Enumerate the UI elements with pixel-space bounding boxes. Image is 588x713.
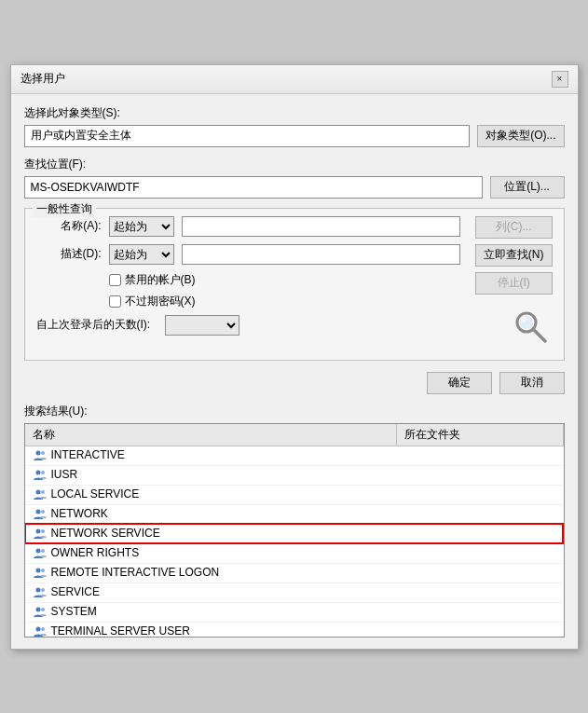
result-label: 搜索结果(U): — [24, 404, 565, 419]
stop-button[interactable]: 停止(I) — [475, 272, 553, 295]
table-row[interactable]: LOCAL SERVICE — [25, 485, 564, 504]
location-input[interactable] — [24, 176, 483, 199]
row-folder-cell — [397, 524, 563, 543]
svg-point-10 — [35, 509, 40, 514]
object-type-label: 选择此对象类型(S): — [24, 105, 565, 121]
disabled-account-checkbox[interactable] — [109, 274, 121, 286]
table-row[interactable]: INTERACTIVE — [25, 446, 564, 465]
svg-point-21 — [41, 608, 45, 611]
row-name-text: OWNER RIGHTS — [51, 546, 140, 559]
svg-point-3 — [521, 317, 526, 322]
row-name-text: REMOTE INTERACTIVE LOGON — [51, 566, 220, 579]
svg-point-6 — [35, 470, 40, 474]
no-expire-checkbox[interactable] — [109, 295, 121, 308]
row-name-cell: IUSR — [25, 465, 397, 485]
row-folder-cell — [397, 563, 563, 583]
svg-point-5 — [41, 451, 45, 455]
row-name-text: IUSR — [51, 468, 78, 481]
row-name-cell: OWNER RIGHTS — [25, 543, 397, 563]
user-group-icon — [33, 624, 48, 638]
row-folder-cell — [397, 543, 563, 563]
disabled-account-row: 禁用的帐户(B) — [109, 272, 460, 288]
row-name-text: NETWORK — [51, 507, 108, 520]
desc-label: 描述(D): — [36, 246, 102, 262]
object-type-input[interactable] — [24, 125, 471, 147]
close-button[interactable]: × — [552, 71, 568, 88]
group-inner: 名称(A): 起始为 描述(D): 起始为 — [36, 216, 553, 349]
svg-point-4 — [35, 450, 40, 455]
row-folder-cell — [397, 583, 563, 602]
row-name-cell: SYSTEM — [25, 602, 397, 622]
svg-point-22 — [35, 626, 40, 631]
table-row[interactable]: SYSTEM — [25, 602, 564, 622]
name-row: 名称(A): 起始为 — [36, 216, 460, 237]
user-group-icon — [33, 527, 48, 542]
row-name-text: SERVICE — [51, 585, 100, 598]
table-row[interactable]: NETWORK SERVICE — [25, 524, 564, 543]
result-table-body: INTERACTIVE IUSR LOCAL SERVICE NETWORK — [25, 446, 564, 638]
svg-point-18 — [35, 587, 40, 592]
desc-select[interactable]: 起始为 — [109, 244, 174, 265]
location-button[interactable]: 位置(L)... — [490, 176, 565, 199]
group-fields: 名称(A): 起始为 描述(D): 起始为 — [36, 216, 460, 349]
table-row[interactable]: OWNER RIGHTS — [25, 543, 564, 563]
location-label: 查找位置(F): — [24, 157, 565, 172]
user-group-icon — [33, 507, 48, 522]
svg-point-12 — [35, 528, 40, 533]
row-folder-cell — [397, 485, 563, 504]
table-header-row: 名称 所在文件夹 — [25, 424, 564, 446]
table-row[interactable]: REMOTE INTERACTIVE LOGON — [25, 563, 564, 583]
svg-point-23 — [41, 627, 45, 631]
row-name-text: NETWORK SERVICE — [51, 527, 160, 540]
row-folder-cell — [397, 446, 563, 465]
select-user-dialog: 选择用户 × 选择此对象类型(S): 对象类型(O)... 查找位置(F): 位… — [10, 64, 579, 650]
svg-point-14 — [35, 548, 40, 553]
svg-point-19 — [41, 588, 45, 592]
magnify-icon — [512, 308, 549, 345]
row-folder-cell — [397, 622, 563, 638]
general-query-title: 一般性查询 — [33, 201, 96, 217]
result-table-container[interactable]: 名称 所在文件夹 INTERACTIVE IUSR — [24, 423, 565, 638]
user-group-icon — [33, 487, 48, 502]
search-icon-button[interactable] — [508, 304, 553, 349]
desc-input[interactable] — [182, 244, 460, 265]
name-label: 名称(A): — [36, 218, 102, 234]
object-type-row: 对象类型(O)... — [24, 125, 565, 147]
svg-point-11 — [41, 510, 45, 514]
user-group-icon — [33, 448, 48, 463]
no-expire-label: 不过期密码(X) — [125, 294, 196, 309]
last-login-row: 自上次登录后的天数(I): — [36, 315, 460, 336]
general-query-group: 一般性查询 名称(A): 起始为 描述(D): 起 — [24, 208, 565, 361]
svg-point-17 — [41, 569, 45, 572]
row-name-text: TERMINAL SERVER USER — [51, 624, 190, 638]
object-type-button[interactable]: 对象类型(O)... — [477, 125, 564, 147]
table-row[interactable]: SERVICE — [25, 583, 564, 602]
name-input[interactable] — [182, 216, 460, 237]
find-now-button[interactable]: 立即查找(N) — [475, 244, 553, 267]
no-expire-row: 不过期密码(X) — [109, 294, 460, 309]
table-row[interactable]: NETWORK — [25, 504, 564, 524]
last-login-label: 自上次登录后的天数(I): — [36, 317, 157, 333]
row-name-cell: NETWORK — [25, 504, 397, 524]
name-select[interactable]: 起始为 — [109, 216, 174, 237]
user-group-icon — [33, 546, 48, 561]
user-group-icon — [33, 605, 48, 620]
days-select[interactable] — [165, 315, 239, 336]
row-name-cell: TERMINAL SERVER USER — [25, 622, 397, 638]
row-name-cell: NETWORK SERVICE — [25, 524, 397, 543]
row-name-cell: INTERACTIVE — [25, 446, 397, 465]
row-name-text: LOCAL SERVICE — [51, 487, 140, 500]
dialog-title: 选择用户 — [21, 71, 65, 87]
dialog-body: 选择此对象类型(S): 对象类型(O)... 查找位置(F): 位置(L)...… — [11, 94, 578, 649]
ok-button[interactable]: 确定 — [427, 372, 492, 394]
cancel-button[interactable]: 取消 — [499, 372, 565, 394]
row-name-text: SYSTEM — [51, 605, 97, 618]
col-button[interactable]: 列(C)... — [475, 216, 553, 239]
col-name-header: 名称 — [25, 424, 397, 446]
row-name-cell: REMOTE INTERACTIVE LOGON — [25, 563, 397, 583]
row-folder-cell — [397, 602, 563, 622]
table-row[interactable]: IUSR — [25, 465, 564, 485]
svg-point-13 — [41, 529, 45, 533]
table-row[interactable]: TERMINAL SERVER USER — [25, 622, 564, 638]
svg-line-2 — [533, 329, 545, 341]
